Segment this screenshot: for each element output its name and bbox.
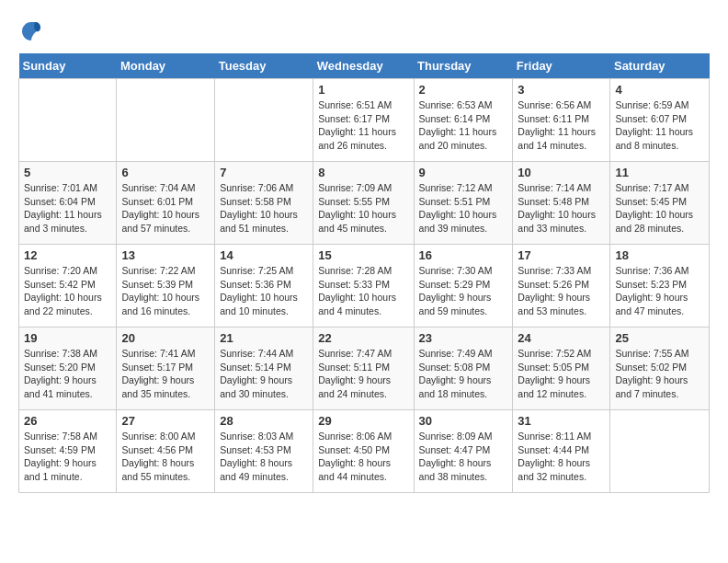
calendar-cell: 7Sunrise: 7:06 AM Sunset: 5:58 PM Daylig…	[215, 162, 313, 245]
calendar-cell	[117, 79, 215, 162]
week-row-4: 19Sunrise: 7:38 AM Sunset: 5:20 PM Dayli…	[19, 327, 710, 410]
logo-icon	[18, 18, 44, 44]
day-number: 19	[24, 331, 111, 345]
day-number: 29	[318, 414, 408, 428]
calendar-cell: 12Sunrise: 7:20 AM Sunset: 5:42 PM Dayli…	[19, 245, 117, 327]
day-info: Sunrise: 7:22 AM Sunset: 5:39 PM Dayligh…	[121, 264, 210, 318]
day-info: Sunrise: 7:14 AM Sunset: 5:48 PM Dayligh…	[518, 181, 605, 236]
header-day-sunday: Sunday	[19, 53, 117, 79]
calendar-cell	[215, 79, 313, 162]
day-info: Sunrise: 8:06 AM Sunset: 4:50 PM Dayligh…	[318, 430, 408, 484]
day-number: 5	[24, 166, 111, 179]
week-row-1: 1Sunrise: 6:51 AM Sunset: 6:17 PM Daylig…	[19, 79, 710, 162]
calendar-cell: 9Sunrise: 7:12 AM Sunset: 5:51 PM Daylig…	[414, 162, 513, 245]
calendar-cell: 17Sunrise: 7:33 AM Sunset: 5:26 PM Dayli…	[513, 245, 610, 327]
calendar-cell: 23Sunrise: 7:49 AM Sunset: 5:08 PM Dayli…	[414, 327, 513, 410]
header-day-saturday: Saturday	[610, 53, 710, 79]
calendar-cell: 18Sunrise: 7:36 AM Sunset: 5:23 PM Dayli…	[610, 245, 710, 327]
day-number: 18	[615, 248, 704, 262]
calendar-cell: 31Sunrise: 8:11 AM Sunset: 4:44 PM Dayli…	[513, 410, 610, 493]
day-info: Sunrise: 7:33 AM Sunset: 5:26 PM Dayligh…	[518, 264, 605, 318]
day-info: Sunrise: 7:30 AM Sunset: 5:29 PM Dayligh…	[419, 264, 508, 318]
day-info: Sunrise: 8:00 AM Sunset: 4:56 PM Dayligh…	[121, 430, 210, 484]
day-number: 27	[121, 414, 210, 428]
day-info: Sunrise: 7:20 AM Sunset: 5:42 PM Dayligh…	[24, 264, 111, 318]
calendar-cell: 29Sunrise: 8:06 AM Sunset: 4:50 PM Dayli…	[313, 410, 414, 493]
calendar-table: SundayMondayTuesdayWednesdayThursdayFrid…	[18, 53, 710, 493]
calendar-cell: 8Sunrise: 7:09 AM Sunset: 5:55 PM Daylig…	[313, 162, 414, 245]
calendar-cell: 6Sunrise: 7:04 AM Sunset: 6:01 PM Daylig…	[117, 162, 215, 245]
day-number: 26	[24, 414, 111, 428]
day-number: 21	[220, 331, 308, 345]
day-number: 12	[24, 248, 111, 262]
day-number: 15	[318, 248, 408, 262]
calendar-cell: 22Sunrise: 7:47 AM Sunset: 5:11 PM Dayli…	[313, 327, 414, 410]
day-number: 24	[518, 331, 605, 345]
day-number: 11	[615, 166, 704, 179]
calendar-cell: 27Sunrise: 8:00 AM Sunset: 4:56 PM Dayli…	[117, 410, 215, 493]
day-number: 17	[518, 248, 605, 262]
header-day-tuesday: Tuesday	[215, 53, 313, 79]
day-info: Sunrise: 7:17 AM Sunset: 5:45 PM Dayligh…	[615, 181, 704, 236]
calendar-cell: 20Sunrise: 7:41 AM Sunset: 5:17 PM Dayli…	[117, 327, 215, 410]
calendar-cell: 19Sunrise: 7:38 AM Sunset: 5:20 PM Dayli…	[19, 327, 117, 410]
calendar-cell: 16Sunrise: 7:30 AM Sunset: 5:29 PM Dayli…	[414, 245, 513, 327]
day-number: 7	[220, 166, 308, 179]
day-info: Sunrise: 6:51 AM Sunset: 6:17 PM Dayligh…	[318, 98, 408, 153]
day-number: 23	[419, 331, 508, 345]
day-number: 3	[518, 83, 605, 97]
calendar-cell: 5Sunrise: 7:01 AM Sunset: 6:04 PM Daylig…	[19, 162, 117, 245]
calendar-cell: 15Sunrise: 7:28 AM Sunset: 5:33 PM Dayli…	[313, 245, 414, 327]
day-info: Sunrise: 7:06 AM Sunset: 5:58 PM Dayligh…	[220, 181, 308, 236]
week-row-5: 26Sunrise: 7:58 AM Sunset: 4:59 PM Dayli…	[19, 410, 710, 493]
day-info: Sunrise: 8:09 AM Sunset: 4:47 PM Dayligh…	[419, 430, 508, 484]
header-day-thursday: Thursday	[414, 53, 513, 79]
logo	[18, 18, 49, 44]
day-number: 9	[419, 166, 508, 179]
day-info: Sunrise: 7:38 AM Sunset: 5:20 PM Dayligh…	[24, 347, 111, 401]
day-number: 30	[419, 414, 508, 428]
calendar-cell	[610, 410, 710, 493]
day-number: 10	[518, 166, 605, 179]
calendar-cell: 26Sunrise: 7:58 AM Sunset: 4:59 PM Dayli…	[19, 410, 117, 493]
calendar-cell: 13Sunrise: 7:22 AM Sunset: 5:39 PM Dayli…	[117, 245, 215, 327]
day-number: 20	[121, 331, 210, 345]
day-number: 6	[121, 166, 210, 179]
day-info: Sunrise: 7:09 AM Sunset: 5:55 PM Dayligh…	[318, 181, 408, 236]
calendar-cell: 3Sunrise: 6:56 AM Sunset: 6:11 PM Daylig…	[513, 79, 610, 162]
day-info: Sunrise: 7:47 AM Sunset: 5:11 PM Dayligh…	[318, 347, 408, 401]
header-row: SundayMondayTuesdayWednesdayThursdayFrid…	[19, 53, 710, 79]
day-number: 14	[220, 248, 308, 262]
day-number: 8	[318, 166, 408, 179]
day-info: Sunrise: 7:44 AM Sunset: 5:14 PM Dayligh…	[220, 347, 308, 401]
day-info: Sunrise: 7:52 AM Sunset: 5:05 PM Dayligh…	[518, 347, 605, 401]
header-day-wednesday: Wednesday	[313, 53, 414, 79]
calendar-cell: 30Sunrise: 8:09 AM Sunset: 4:47 PM Dayli…	[414, 410, 513, 493]
calendar-cell: 14Sunrise: 7:25 AM Sunset: 5:36 PM Dayli…	[215, 245, 313, 327]
calendar-cell: 25Sunrise: 7:55 AM Sunset: 5:02 PM Dayli…	[610, 327, 710, 410]
day-info: Sunrise: 7:49 AM Sunset: 5:08 PM Dayligh…	[419, 347, 508, 401]
day-info: Sunrise: 7:58 AM Sunset: 4:59 PM Dayligh…	[24, 430, 111, 484]
day-number: 16	[419, 248, 508, 262]
day-number: 22	[318, 331, 408, 345]
calendar-cell: 28Sunrise: 8:03 AM Sunset: 4:53 PM Dayli…	[215, 410, 313, 493]
calendar-cell: 2Sunrise: 6:53 AM Sunset: 6:14 PM Daylig…	[414, 79, 513, 162]
calendar-cell: 24Sunrise: 7:52 AM Sunset: 5:05 PM Dayli…	[513, 327, 610, 410]
day-info: Sunrise: 8:03 AM Sunset: 4:53 PM Dayligh…	[220, 430, 308, 484]
day-number: 25	[615, 331, 704, 345]
day-info: Sunrise: 7:55 AM Sunset: 5:02 PM Dayligh…	[615, 347, 704, 401]
day-number: 31	[518, 414, 605, 428]
week-row-2: 5Sunrise: 7:01 AM Sunset: 6:04 PM Daylig…	[19, 162, 710, 245]
day-info: Sunrise: 6:59 AM Sunset: 6:07 PM Dayligh…	[615, 98, 704, 153]
calendar-cell: 1Sunrise: 6:51 AM Sunset: 6:17 PM Daylig…	[313, 79, 414, 162]
calendar-cell: 11Sunrise: 7:17 AM Sunset: 5:45 PM Dayli…	[610, 162, 710, 245]
day-info: Sunrise: 6:53 AM Sunset: 6:14 PM Dayligh…	[419, 98, 508, 153]
day-info: Sunrise: 7:41 AM Sunset: 5:17 PM Dayligh…	[121, 347, 210, 401]
day-info: Sunrise: 7:12 AM Sunset: 5:51 PM Dayligh…	[419, 181, 508, 236]
header-day-monday: Monday	[117, 53, 215, 79]
calendar-header: SundayMondayTuesdayWednesdayThursdayFrid…	[19, 53, 710, 79]
day-number: 1	[318, 83, 408, 97]
day-info: Sunrise: 7:25 AM Sunset: 5:36 PM Dayligh…	[220, 264, 308, 318]
day-number: 28	[220, 414, 308, 428]
week-row-3: 12Sunrise: 7:20 AM Sunset: 5:42 PM Dayli…	[19, 245, 710, 327]
